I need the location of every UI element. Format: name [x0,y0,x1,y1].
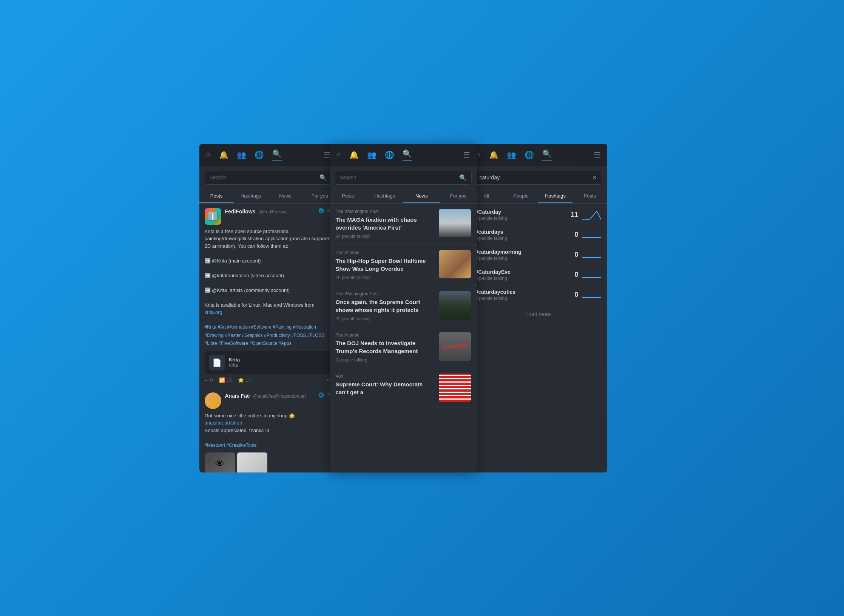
news-source-3: The Washington Post [336,291,434,296]
post-feed-left: ℹ️ FediFollows @FediFollows 🌐 9h Krita i… [199,204,337,472]
tab-news-left[interactable]: News [268,189,302,203]
hashtag-item-3[interactable]: #caturdaymorning 0 people talking 0 [469,245,607,265]
news-item-2[interactable]: The Atlantic The Hip-Hop Super Bowl Half… [330,245,477,286]
post-actions-1: ↩ 0 🔁 16 ⭐ 14 ••• [205,377,332,383]
tab-bar-right: All People Hashtags Posts [469,189,607,204]
hashtag-item-4[interactable]: #CaturdayEve 0 people talking 0 [469,265,607,285]
hashtag-item-2[interactable]: #caturdays 0 people talking 0 [469,225,607,245]
tab-people-right[interactable]: People [504,189,538,203]
search-icon-c[interactable]: 🔍 [403,149,412,161]
post-header-2: Anaïs Faë @anaisfae@mastodon.art 🌐 7h [205,392,332,409]
globe-icon-r[interactable]: 🌐 [525,150,534,159]
people-icon-c[interactable]: 👥 [367,150,376,159]
news-thumb-4: CLASSIFIE [439,332,471,361]
load-more-button[interactable]: Load more [469,305,607,323]
search-icon-r[interactable]: 🔍 [542,149,552,161]
search-input-wrap-left: 🔍 [205,171,332,185]
news-title-2: The Hip-Hop Super Bowl Halftime Show Was… [336,257,434,273]
news-count-4: 0 people talking [336,357,434,363]
news-count-2: 26 people talking [336,275,434,280]
news-item-5[interactable]: Vox Supreme Court: Why Democrats can't g… [330,368,477,408]
hashtag-info-1: #Caturday 9 people talking [475,209,571,221]
news-title-1: The MAGA fixation with chaos overrides '… [336,216,434,232]
hashtag-name-3: #caturdaymorning [475,249,575,255]
boost-action-1[interactable]: 🔁 16 [219,377,232,383]
panel-right: ⌂ 🔔 👥 🌐 🔍 ☰ ✕ All People Hashtags Posts [469,144,607,472]
news-title-5: Supreme Court: Why Democrats can't get a [336,380,434,396]
bell-icon[interactable]: 🔔 [219,150,228,159]
post-handle-2: @anaisfae@mastodon.art [253,394,306,399]
search-input-left[interactable] [210,174,319,181]
post-card-1[interactable]: 📄 Krita Krita [205,351,332,374]
tab-foryou-center[interactable]: For you [440,189,477,203]
tab-hashtags-left[interactable]: Hashtags [234,189,268,203]
news-source-1: The Washington Post [336,209,434,214]
post-card-title-1: Krita [229,357,240,363]
hashtag-people-2: 0 people talking [475,236,575,241]
hashtag-name-2: #caturdays [475,229,575,235]
post-card-info-1: Krita Krita [229,357,240,368]
hashtag-item-1[interactable]: #Caturday 9 people talking 11 [469,205,607,225]
post-images-2: 👁 [205,452,332,472]
shop-link[interactable]: anaisfae.art/shop [205,420,242,426]
tab-posts-right[interactable]: Posts [572,189,607,203]
news-text-1: The Washington Post The MAGA fixation wi… [336,209,434,239]
search-input-wrap-right: ✕ [475,171,602,185]
search-input-center[interactable] [340,174,459,181]
post-tags-2: #MastoArt #CreativeToots [205,443,257,448]
search-clear-icon[interactable]: ✕ [592,174,597,181]
post-author-1: FediFollows [225,208,256,215]
boost-count-1: 16 [227,377,232,383]
post-item-2: Anaïs Faë @anaisfae@mastodon.art 🌐 7h Go… [199,388,337,472]
tab-hashtags-center[interactable]: Hashtags [366,189,403,203]
hashtag-item-5[interactable]: #caturdaycuties 0 people talking 0 [469,285,607,305]
search-icon[interactable]: 🔍 [272,149,282,161]
tab-posts-center[interactable]: Posts [330,189,367,203]
fav-action-1[interactable]: ⭐ 14 [238,377,251,383]
post-card-icon-1: 📄 [209,355,225,371]
reply-count-1: 0 [210,377,213,383]
menu-icon-center[interactable]: ☰ [463,150,470,159]
hashtag-count-2: 0 [574,231,578,239]
news-text-5: Vox Supreme Court: Why Democrats can't g… [336,374,434,398]
search-input-right[interactable] [480,174,592,181]
hashtag-info-3: #caturdaymorning 0 people talking [475,249,575,261]
home-icon-c[interactable]: ⌂ [336,150,341,159]
news-text-3: The Washington Post Once again, the Supr… [336,291,434,321]
desktop: ⌂ 🔔 👥 🌐 🔍 ☰ 🔍 Posts Hashtags News For yo… [199,144,645,472]
globe-icon-c[interactable]: 🌐 [385,150,394,159]
globe-icon[interactable]: 🌐 [255,150,264,159]
news-item-4[interactable]: The Atlantic The DOJ Needs to Investigat… [330,327,477,368]
people-icon-r[interactable]: 👥 [507,150,516,159]
globe-icon-post2: 🌐 [318,392,324,398]
search-bar-right: ✕ [469,166,607,189]
news-item-1[interactable]: The Washington Post The MAGA fixation wi… [330,204,477,245]
bell-icon-c[interactable]: 🔔 [349,150,359,159]
news-thumb-5 [439,374,471,402]
hashtag-results: #Caturday 9 people talking 11 #caturdays… [469,204,607,472]
avatar-fedifollows: ℹ️ [205,208,221,225]
hashtag-chart-5 [582,289,601,301]
menu-icon-right[interactable]: ☰ [594,150,600,159]
hashtag-people-5: 0 people talking [475,296,575,301]
bell-icon-r[interactable]: 🔔 [489,150,498,159]
hashtag-people-4: 0 people talking [475,276,575,281]
hashtag-count-3: 0 [574,251,578,259]
post-meta-1: FediFollows @FediFollows 🌐 9h [225,208,332,215]
news-thumb-2 [439,250,471,278]
tab-hashtags-right[interactable]: Hashtags [538,189,572,203]
menu-icon-left[interactable]: ☰ [324,150,330,159]
home-icon[interactable]: ⌂ [206,150,211,159]
news-item-3[interactable]: The Washington Post Once again, the Supr… [330,286,477,327]
hashtag-name-4: #CaturdayEve [475,269,575,275]
news-title-3: Once again, the Supreme Court shows whos… [336,298,434,314]
krita-link[interactable]: krita.org [205,309,222,315]
search-bar-center: 🔍 [330,166,477,189]
tab-news-center[interactable]: News [403,189,440,203]
reply-action-1[interactable]: ↩ 0 [205,377,213,383]
people-icon[interactable]: 👥 [237,150,246,159]
hashtag-count-4: 0 [574,271,578,279]
tab-posts-left[interactable]: Posts [199,189,234,203]
nav-icons-left: ⌂ 🔔 👥 🌐 🔍 [206,149,282,161]
news-text-4: The Atlantic The DOJ Needs to Investigat… [336,332,434,363]
